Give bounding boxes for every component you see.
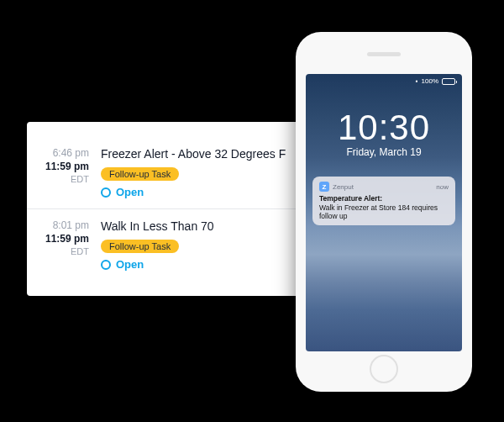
lock-date: Friday, March 19 [306,146,462,158]
task-timezone: EDT [42,246,89,256]
task-badge: Follow-up Task [101,240,179,253]
open-status-icon [101,187,111,198]
task-created-time: 6:46 pm [42,147,89,159]
phone-speaker [367,52,401,56]
notification-card[interactable]: Z Zenput now Temperature Alert: Walk in … [312,177,455,225]
open-status-icon [101,260,111,270]
task-status-label: Open [116,258,144,271]
phone-lock-screen: ▪ 100% 10:30 Friday, March 19 Z Zenput n… [306,74,462,351]
task-created-time: 8:01 pm [42,219,89,231]
phone-mockup: ▪ 100% 10:30 Friday, March 19 Z Zenput n… [296,32,472,392]
time-column: 6:46 pm 11:59 pm EDT [42,147,101,198]
notification-app: Z Zenput [319,182,354,192]
notification-app-name: Zenput [333,183,354,191]
lock-time: 10:30 [306,108,462,148]
notification-header: Z Zenput now [319,182,449,192]
task-timezone: EDT [42,174,89,184]
signal-icon: ▪ [416,77,418,85]
task-due-time: 11:59 pm [42,233,89,245]
task-status-label: Open [116,186,144,198]
notification-title: Temperature Alert: [319,194,449,203]
time-column: 8:01 pm 11:59 pm EDT [42,219,101,271]
home-button[interactable] [370,355,398,383]
task-due-time: 11:59 pm [42,161,89,172]
task-badge: Follow-up Task [101,167,179,181]
notification-time: now [436,183,449,191]
notification-body: Walk in Freezer at Store 184 requires fo… [319,203,449,220]
status-bar: ▪ 100% [416,77,455,85]
battery-icon [442,78,455,85]
app-icon: Z [319,182,329,192]
lock-screen-clock: 10:30 Friday, March 19 [306,108,462,158]
battery-percent: 100% [422,77,438,85]
